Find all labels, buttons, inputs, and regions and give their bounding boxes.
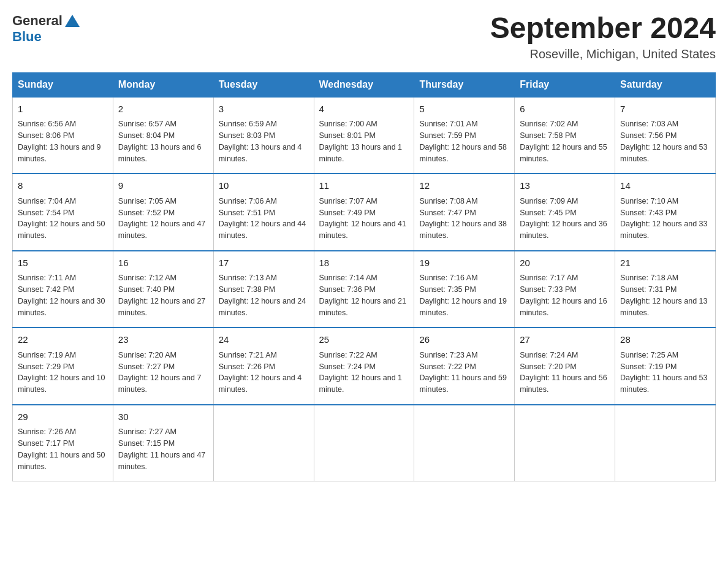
calendar-cell <box>314 405 414 481</box>
day-info: Sunrise: 6:59 AMSunset: 8:03 PMDaylight:… <box>219 120 302 163</box>
calendar-cell: 1Sunrise: 6:56 AMSunset: 8:06 PMDaylight… <box>13 97 113 174</box>
week-row-4: 22Sunrise: 7:19 AMSunset: 7:29 PMDayligh… <box>13 327 716 405</box>
calendar-cell: 20Sunrise: 7:17 AMSunset: 7:33 PMDayligh… <box>515 251 615 328</box>
day-info: Sunrise: 7:19 AMSunset: 7:29 PMDaylight:… <box>18 351 105 394</box>
location-subtitle: Roseville, Michigan, United States <box>490 47 716 61</box>
calendar-cell: 23Sunrise: 7:20 AMSunset: 7:27 PMDayligh… <box>113 327 213 405</box>
week-row-3: 15Sunrise: 7:11 AMSunset: 7:42 PMDayligh… <box>13 251 716 328</box>
day-number: 5 <box>419 102 509 117</box>
day-number: 3 <box>219 102 309 117</box>
day-info: Sunrise: 7:26 AMSunset: 7:17 PMDaylight:… <box>18 427 105 470</box>
day-number: 11 <box>319 179 409 193</box>
calendar-cell: 22Sunrise: 7:19 AMSunset: 7:29 PMDayligh… <box>13 327 113 405</box>
day-number: 4 <box>319 102 409 117</box>
day-info: Sunrise: 7:22 AMSunset: 7:24 PMDaylight:… <box>319 351 403 394</box>
day-header-thursday: Thursday <box>414 72 515 97</box>
day-number: 21 <box>620 256 710 270</box>
day-number: 27 <box>520 333 610 347</box>
calendar-table: SundayMondayTuesdayWednesdayThursdayFrid… <box>12 72 716 482</box>
day-number: 8 <box>18 179 108 193</box>
calendar-cell: 15Sunrise: 7:11 AMSunset: 7:42 PMDayligh… <box>13 251 113 328</box>
calendar-cell: 6Sunrise: 7:02 AMSunset: 7:58 PMDaylight… <box>515 97 615 174</box>
day-number: 26 <box>419 333 509 347</box>
day-info: Sunrise: 7:16 AMSunset: 7:35 PMDaylight:… <box>419 274 506 316</box>
day-number: 1 <box>18 102 108 117</box>
calendar-cell <box>213 405 314 481</box>
day-number: 30 <box>118 410 208 424</box>
calendar-cell: 5Sunrise: 7:01 AMSunset: 7:59 PMDaylight… <box>414 97 515 174</box>
calendar-cell: 3Sunrise: 6:59 AMSunset: 8:03 PMDaylight… <box>213 97 314 174</box>
days-header-row: SundayMondayTuesdayWednesdayThursdayFrid… <box>13 72 716 97</box>
day-header-saturday: Saturday <box>615 72 716 97</box>
day-number: 15 <box>18 256 108 270</box>
page-header: General Blue September 2024 Roseville, M… <box>12 12 716 61</box>
week-row-2: 8Sunrise: 7:04 AMSunset: 7:54 PMDaylight… <box>13 174 716 251</box>
day-number: 13 <box>520 179 610 193</box>
day-number: 22 <box>18 333 108 347</box>
day-info: Sunrise: 7:10 AMSunset: 7:43 PMDaylight:… <box>620 197 707 240</box>
calendar-cell: 29Sunrise: 7:26 AMSunset: 7:17 PMDayligh… <box>13 405 113 481</box>
day-info: Sunrise: 7:18 AMSunset: 7:31 PMDaylight:… <box>620 274 707 316</box>
calendar-cell: 11Sunrise: 7:07 AMSunset: 7:49 PMDayligh… <box>314 174 414 251</box>
day-number: 25 <box>319 333 409 347</box>
day-info: Sunrise: 7:05 AMSunset: 7:52 PMDaylight:… <box>118 197 205 240</box>
day-info: Sunrise: 7:08 AMSunset: 7:47 PMDaylight:… <box>419 197 506 240</box>
calendar-cell: 10Sunrise: 7:06 AMSunset: 7:51 PMDayligh… <box>213 174 314 251</box>
calendar-cell: 18Sunrise: 7:14 AMSunset: 7:36 PMDayligh… <box>314 251 414 328</box>
day-number: 24 <box>219 333 309 347</box>
calendar-cell: 7Sunrise: 7:03 AMSunset: 7:56 PMDaylight… <box>615 97 716 174</box>
day-number: 19 <box>419 256 509 270</box>
calendar-cell <box>414 405 515 481</box>
day-info: Sunrise: 7:17 AMSunset: 7:33 PMDaylight:… <box>520 274 607 316</box>
day-number: 2 <box>118 102 208 117</box>
day-info: Sunrise: 7:11 AMSunset: 7:42 PMDaylight:… <box>18 274 105 316</box>
day-header-tuesday: Tuesday <box>213 72 314 97</box>
day-number: 17 <box>219 256 309 270</box>
day-number: 28 <box>620 333 710 347</box>
day-number: 23 <box>118 333 208 347</box>
calendar-cell <box>515 405 615 481</box>
day-number: 29 <box>18 410 108 424</box>
day-number: 18 <box>319 256 409 270</box>
day-number: 9 <box>118 179 208 193</box>
day-number: 16 <box>118 256 208 270</box>
day-number: 7 <box>620 102 710 117</box>
day-number: 10 <box>219 179 309 193</box>
calendar-cell: 16Sunrise: 7:12 AMSunset: 7:40 PMDayligh… <box>113 251 213 328</box>
calendar-cell: 19Sunrise: 7:16 AMSunset: 7:35 PMDayligh… <box>414 251 515 328</box>
day-header-friday: Friday <box>515 72 615 97</box>
day-info: Sunrise: 6:56 AMSunset: 8:06 PMDaylight:… <box>18 120 101 163</box>
logo-icon <box>64 12 81 29</box>
week-row-5: 29Sunrise: 7:26 AMSunset: 7:17 PMDayligh… <box>13 405 716 481</box>
day-info: Sunrise: 7:01 AMSunset: 7:59 PMDaylight:… <box>419 120 506 163</box>
month-title: September 2024 <box>490 12 716 45</box>
day-info: Sunrise: 7:09 AMSunset: 7:45 PMDaylight:… <box>520 197 607 240</box>
calendar-cell: 17Sunrise: 7:13 AMSunset: 7:38 PMDayligh… <box>213 251 314 328</box>
day-number: 20 <box>520 256 610 270</box>
logo-general-text: General <box>12 13 63 28</box>
calendar-cell: 24Sunrise: 7:21 AMSunset: 7:26 PMDayligh… <box>213 327 314 405</box>
day-info: Sunrise: 6:57 AMSunset: 8:04 PMDaylight:… <box>118 120 202 163</box>
calendar-cell: 27Sunrise: 7:24 AMSunset: 7:20 PMDayligh… <box>515 327 615 405</box>
calendar-cell: 12Sunrise: 7:08 AMSunset: 7:47 PMDayligh… <box>414 174 515 251</box>
calendar-cell: 30Sunrise: 7:27 AMSunset: 7:15 PMDayligh… <box>113 405 213 481</box>
day-header-wednesday: Wednesday <box>314 72 414 97</box>
logo-blue-text: Blue <box>12 29 42 44</box>
day-info: Sunrise: 7:00 AMSunset: 8:01 PMDaylight:… <box>319 120 403 163</box>
day-info: Sunrise: 7:21 AMSunset: 7:26 PMDaylight:… <box>219 351 302 394</box>
logo: General Blue <box>12 12 81 44</box>
calendar-cell: 25Sunrise: 7:22 AMSunset: 7:24 PMDayligh… <box>314 327 414 405</box>
day-info: Sunrise: 7:02 AMSunset: 7:58 PMDaylight:… <box>520 120 607 163</box>
day-number: 12 <box>419 179 509 193</box>
day-info: Sunrise: 7:27 AMSunset: 7:15 PMDaylight:… <box>118 427 205 470</box>
day-info: Sunrise: 7:24 AMSunset: 7:20 PMDaylight:… <box>520 351 607 394</box>
calendar-cell: 28Sunrise: 7:25 AMSunset: 7:19 PMDayligh… <box>615 327 716 405</box>
week-row-1: 1Sunrise: 6:56 AMSunset: 8:06 PMDaylight… <box>13 97 716 174</box>
calendar-cell: 4Sunrise: 7:00 AMSunset: 8:01 PMDaylight… <box>314 97 414 174</box>
calendar-cell: 8Sunrise: 7:04 AMSunset: 7:54 PMDaylight… <box>13 174 113 251</box>
day-info: Sunrise: 7:14 AMSunset: 7:36 PMDaylight:… <box>319 274 406 316</box>
title-block: September 2024 Roseville, Michigan, Unit… <box>490 12 716 61</box>
calendar-cell: 9Sunrise: 7:05 AMSunset: 7:52 PMDaylight… <box>113 174 213 251</box>
calendar-cell: 26Sunrise: 7:23 AMSunset: 7:22 PMDayligh… <box>414 327 515 405</box>
day-info: Sunrise: 7:07 AMSunset: 7:49 PMDaylight:… <box>319 197 406 240</box>
